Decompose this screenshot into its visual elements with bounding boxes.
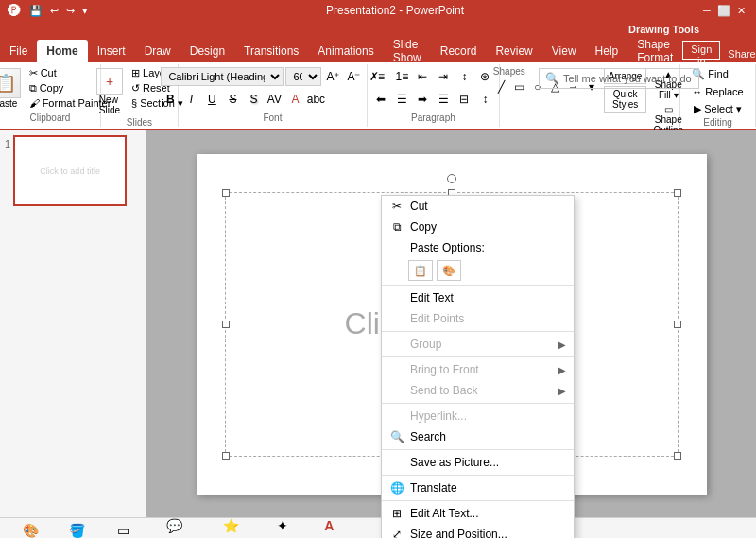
line-spacing-button[interactable]: ↕ xyxy=(475,90,494,109)
minimize-button[interactable]: ─ xyxy=(699,3,714,18)
share-button[interactable]: Share xyxy=(728,48,755,60)
ctx-edit-alt-text[interactable]: ⊞ Edit Alt Text... xyxy=(382,503,574,524)
paste-label: Paste xyxy=(0,98,17,109)
outline-button[interactable]: ▭ Outline xyxy=(102,518,145,538)
numbering-button[interactable]: 1≡ xyxy=(392,67,411,86)
font-color-bottom-icon: A xyxy=(318,515,339,536)
bold-button[interactable]: B xyxy=(161,90,180,109)
save-button[interactable]: 💾 xyxy=(26,4,45,18)
tab-record[interactable]: Record xyxy=(431,40,487,62)
font-family-select[interactable]: Calibri Light (Headings) xyxy=(161,67,284,86)
close-button[interactable]: ✕ xyxy=(733,3,748,18)
columns-button[interactable]: ⊟ xyxy=(455,90,473,109)
italic-button[interactable]: I xyxy=(181,90,200,109)
tell-me-text[interactable]: Tell me what you want to do xyxy=(563,73,692,84)
convert-smartart-button[interactable]: ⊛ xyxy=(475,67,494,86)
font-highlight-button[interactable]: abc xyxy=(306,90,325,109)
paste-opt-2[interactable]: 🎨 xyxy=(437,260,461,281)
strikethrough-button[interactable]: S xyxy=(223,90,242,109)
resize-handle-bl[interactable] xyxy=(222,452,230,460)
bullets-button[interactable]: ≡ xyxy=(371,67,390,86)
title-bar-left: 🅟 💾 ↩ ↪ ▾ xyxy=(8,3,91,18)
ctx-sep-7 xyxy=(382,500,574,501)
select-button[interactable]: ▶ Select ▾ xyxy=(686,101,748,117)
resize-handle-br[interactable] xyxy=(674,452,681,460)
fill-button[interactable]: 🪣 Fill xyxy=(56,518,98,538)
shape-rect[interactable]: ▭ xyxy=(511,78,528,95)
ctx-copy[interactable]: ⧉ Copy xyxy=(382,217,574,237)
quick-styles-button[interactable]: QuickStyles xyxy=(604,86,647,113)
ctx-cut[interactable]: ✂ Cut xyxy=(382,196,574,217)
bottom-toolbar: 🎨 Style 🪣 Fill ▭ Outline 💬 NewComment ⭐ … xyxy=(0,517,756,538)
tell-me-container: 🔍 Tell me what you want to do xyxy=(539,68,699,89)
paste-button[interactable]: 📋 Paste xyxy=(0,66,25,111)
tab-draw[interactable]: Draw xyxy=(135,40,180,62)
align-center-button[interactable]: ☰ xyxy=(392,90,411,109)
ctx-sep-4 xyxy=(382,403,574,404)
paragraph-row-2: ⬅ ☰ ➡ ☰ ⊟ ↕ xyxy=(371,89,494,110)
resize-handle-tl[interactable] xyxy=(222,189,230,197)
bring-front-arrow: ▶ xyxy=(558,365,566,375)
ribbon-tabs: File Home Insert Draw Design Transitions… xyxy=(0,38,756,62)
increase-indent-button[interactable]: ⇥ xyxy=(434,67,453,86)
font-group: Calibri Light (Headings) 60 A⁺ A⁻ ✗ B I … xyxy=(179,64,368,127)
char-spacing-button[interactable]: AV xyxy=(265,90,284,109)
resize-handle-ml[interactable] xyxy=(222,321,230,328)
paragraph-label: Paragraph xyxy=(411,113,455,125)
text-direction-button[interactable]: ↕ xyxy=(455,67,473,86)
editing-label: Editing xyxy=(703,117,732,130)
resize-handle-mr[interactable] xyxy=(674,321,681,328)
sign-in-button[interactable]: Sign in xyxy=(682,41,720,60)
shape-line[interactable]: ╱ xyxy=(493,78,510,95)
search-ctx-icon: 🔍 xyxy=(389,429,404,444)
tab-shape-format[interactable]: Shape Format xyxy=(627,40,682,62)
tab-insert[interactable]: Insert xyxy=(88,40,135,62)
ctx-size-position[interactable]: ⤢ Size and Position... xyxy=(382,524,574,538)
ctx-translate[interactable]: 🌐 Translate xyxy=(382,477,574,498)
paragraph-row-1: ≡ 1≡ ⇤ ⇥ ↕ ⊛ xyxy=(371,66,494,87)
shadow-button[interactable]: S xyxy=(244,90,263,109)
tab-transitions[interactable]: Transitions xyxy=(234,40,308,62)
redo-button[interactable]: ↪ xyxy=(63,4,77,18)
ctx-search[interactable]: 🔍 Search xyxy=(382,426,574,447)
style-button[interactable]: 🎨 Style xyxy=(9,518,52,538)
tab-review[interactable]: Review xyxy=(486,40,541,62)
ctx-send-back: Send to Back ▶ xyxy=(382,380,574,401)
tab-file[interactable]: File xyxy=(0,40,37,62)
canvas-area: Click to add title ✂ Cut ⧉ Copy Paste Op… xyxy=(146,130,756,517)
customize-button[interactable]: ▾ xyxy=(79,4,91,18)
tab-home[interactable]: Home xyxy=(37,40,87,62)
tab-design[interactable]: Design xyxy=(180,40,234,62)
ctx-send-back-label: Send to Back xyxy=(410,384,477,397)
animation-icon: ⭐ xyxy=(221,515,242,536)
align-right-button[interactable]: ➡ xyxy=(413,90,432,109)
window-controls: ─ ⬜ ✕ xyxy=(699,3,748,18)
tab-slideshow[interactable]: Slide Show xyxy=(384,40,431,62)
rotate-handle[interactable] xyxy=(447,174,456,183)
paste-opt-1[interactable]: 📋 xyxy=(408,260,433,281)
ctx-hyperlink-label: Hyperlink... xyxy=(410,409,467,423)
align-left-button[interactable]: ⬅ xyxy=(371,90,390,109)
underline-button[interactable]: U xyxy=(202,90,221,109)
shape-effects-bottom-icon: ✦ xyxy=(272,515,293,536)
tab-animations[interactable]: Animations xyxy=(308,40,383,62)
restore-button[interactable]: ⬜ xyxy=(716,3,731,18)
justify-button[interactable]: ☰ xyxy=(434,90,453,109)
slide-thumbnail[interactable]: Click to add title xyxy=(13,135,127,206)
increase-font-button[interactable]: A⁺ xyxy=(323,67,342,86)
decrease-font-button[interactable]: A⁻ xyxy=(344,67,363,86)
tab-view[interactable]: View xyxy=(542,40,586,62)
clipboard-label: Clipboard xyxy=(30,113,71,125)
translate-icon: 🌐 xyxy=(389,480,404,495)
font-size-select[interactable]: 60 xyxy=(285,67,321,86)
decrease-indent-button[interactable]: ⇤ xyxy=(413,67,432,86)
undo-button[interactable]: ↩ xyxy=(47,4,61,18)
slides-label: Slides xyxy=(127,117,152,130)
ctx-save-picture[interactable]: Save as Picture... xyxy=(382,452,574,473)
ctx-cut-label: Cut xyxy=(410,200,428,213)
tab-help[interactable]: Help xyxy=(586,40,628,62)
ctx-edit-text[interactable]: Edit Text xyxy=(382,287,574,308)
font-color-button[interactable]: A xyxy=(285,90,304,109)
resize-handle-tr[interactable] xyxy=(674,189,681,197)
new-slide-button[interactable]: + NewSlide xyxy=(93,66,127,117)
